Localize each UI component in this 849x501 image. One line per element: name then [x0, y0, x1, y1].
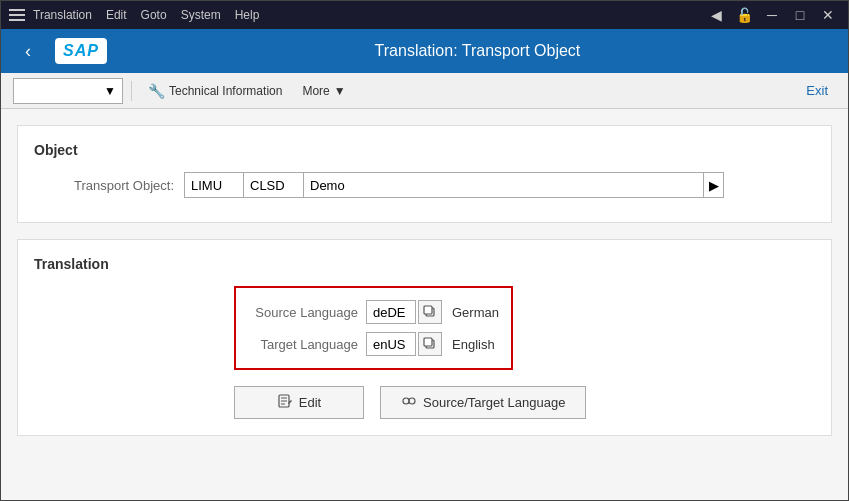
- source-copy-icon[interactable]: [418, 300, 442, 324]
- transport-field-3[interactable]: [304, 172, 704, 198]
- close-button[interactable]: ✕: [816, 3, 840, 27]
- sap-back-button[interactable]: ‹: [13, 36, 43, 66]
- technical-info-button[interactable]: 🔧 Technical Information: [140, 78, 290, 104]
- expand-icon: ▶: [709, 178, 719, 193]
- action-buttons: Edit Source/Target Language: [234, 386, 815, 419]
- title-bar-menu: Translation Edit Goto System Help: [33, 8, 259, 22]
- menu-translation[interactable]: Translation: [33, 8, 92, 22]
- source-target-label: Source/Target Language: [423, 395, 565, 410]
- translation-section-title: Translation: [34, 256, 815, 276]
- target-language-name: English: [452, 337, 495, 352]
- edit-icon: [277, 393, 293, 412]
- edit-button[interactable]: Edit: [234, 386, 364, 419]
- toolbar-separator: [131, 81, 132, 101]
- source-language-name: German: [452, 305, 499, 320]
- target-copy-icon[interactable]: [418, 332, 442, 356]
- maximize-button[interactable]: □: [788, 3, 812, 27]
- source-language-code: deDE: [366, 300, 416, 324]
- lock-button[interactable]: 🔓: [732, 3, 756, 27]
- menu-system[interactable]: System: [181, 8, 221, 22]
- more-label: More: [302, 84, 329, 98]
- expand-button[interactable]: ▶: [704, 172, 724, 198]
- target-language-label: Target Language: [248, 337, 358, 352]
- sap-header: ‹ SAP Translation: Transport Object: [1, 29, 848, 73]
- sap-header-title: Translation: Transport Object: [119, 42, 836, 60]
- source-target-button[interactable]: Source/Target Language: [380, 386, 586, 419]
- toolbar: ▼ 🔧 Technical Information More ▼ Exit: [1, 73, 848, 109]
- toolbar-dropdown[interactable]: ▼: [13, 78, 123, 104]
- technical-info-label: Technical Information: [169, 84, 282, 98]
- menu-goto[interactable]: Goto: [141, 8, 167, 22]
- hamburger-icon[interactable]: [9, 9, 25, 21]
- object-section: Object Transport Object: ▶: [17, 125, 832, 223]
- sap-logo: SAP: [55, 38, 107, 64]
- language-box: Source Language deDE German Target Langu…: [234, 286, 513, 370]
- back-button[interactable]: ◀: [704, 3, 728, 27]
- menu-help[interactable]: Help: [235, 8, 260, 22]
- transport-label: Transport Object:: [34, 178, 174, 193]
- transport-inputs: ▶: [184, 172, 724, 198]
- transport-field-1[interactable]: [184, 172, 244, 198]
- source-language-label: Source Language: [248, 305, 358, 320]
- translation-form-row: Source Language deDE German Target Langu…: [34, 286, 815, 370]
- technical-info-icon: 🔧: [148, 83, 165, 99]
- chevron-down-icon: ▼: [104, 84, 116, 98]
- svg-rect-1: [424, 306, 432, 314]
- title-bar: Translation Edit Goto System Help ◀ 🔓 ─ …: [1, 1, 848, 29]
- title-bar-controls: ◀ 🔓 ─ □ ✕: [704, 3, 840, 27]
- target-language-code: enUS: [366, 332, 416, 356]
- exit-button[interactable]: Exit: [798, 80, 836, 101]
- menu-edit[interactable]: Edit: [106, 8, 127, 22]
- minimize-button[interactable]: ─: [760, 3, 784, 27]
- target-language-row: Target Language enUS English: [248, 332, 499, 356]
- edit-label: Edit: [299, 395, 321, 410]
- more-button[interactable]: More ▼: [294, 78, 353, 104]
- transport-field-2[interactable]: [244, 172, 304, 198]
- object-section-title: Object: [34, 142, 815, 162]
- main-content: Object Transport Object: ▶ Translation S…: [1, 109, 848, 468]
- more-chevron-icon: ▼: [334, 84, 346, 98]
- title-bar-left: Translation Edit Goto System Help: [9, 8, 259, 22]
- source-language-row: Source Language deDE German: [248, 300, 499, 324]
- source-target-icon: [401, 393, 417, 412]
- transport-object-row: Transport Object: ▶: [34, 172, 815, 198]
- svg-rect-3: [424, 338, 432, 346]
- translation-section: Translation Source Language deDE German: [17, 239, 832, 436]
